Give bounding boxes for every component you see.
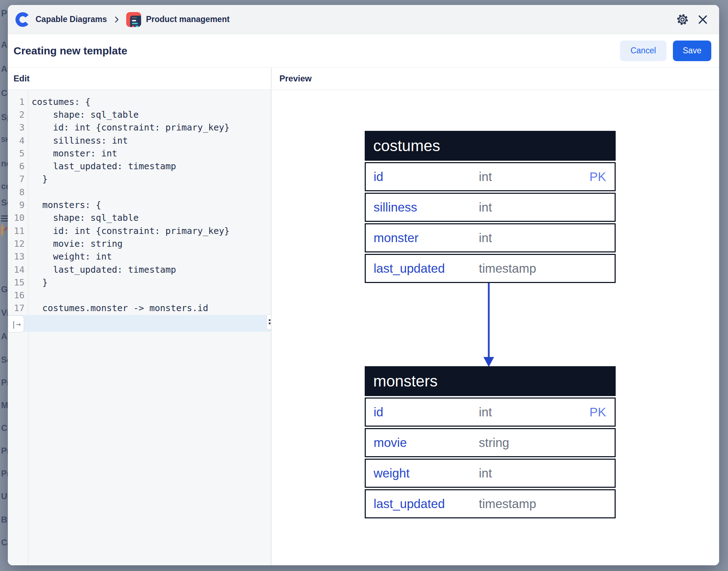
code-line[interactable]: 8 bbox=[8, 186, 271, 198]
code-line[interactable]: 10 shape: sql_table bbox=[8, 212, 271, 224]
code-line[interactable]: 3 id: int {constraint: primary_key} bbox=[8, 121, 271, 134]
close-button[interactable] bbox=[696, 12, 710, 27]
field-name: weight bbox=[374, 466, 410, 480]
code-editor[interactable]: 1 costumes: { 2 shape: sql_table 3 id: i… bbox=[8, 90, 272, 565]
line-number: 13 bbox=[8, 251, 28, 262]
sql-table-row: last_updated timestamp bbox=[365, 489, 616, 518]
code-line[interactable]: 13 weight: int bbox=[8, 250, 271, 263]
preview-canvas: costumes id int PK silliness int monster… bbox=[272, 90, 719, 565]
split-drag-handle[interactable] bbox=[266, 314, 272, 330]
sql-table-row: id int PK bbox=[365, 162, 616, 191]
code-line[interactable]: 1 costumes: { bbox=[8, 95, 271, 108]
line-content: last_updated: timestamp bbox=[28, 161, 176, 171]
code-line[interactable]: 5 monster: int bbox=[8, 147, 271, 160]
primary-key-badge: PK bbox=[589, 170, 606, 184]
sql-table-header: monsters bbox=[365, 366, 616, 396]
line-number: 3 bbox=[8, 122, 28, 133]
edit-panel-header: Edit bbox=[8, 68, 272, 90]
line-content: id: int {constraint: primary_key} bbox=[28, 122, 230, 133]
line-content: silliness: int bbox=[28, 135, 128, 146]
field-type: int bbox=[479, 231, 492, 245]
field-type: string bbox=[479, 436, 509, 450]
field-type: int bbox=[479, 200, 492, 214]
field-name: id bbox=[374, 405, 383, 419]
preview-panel-header: Preview bbox=[272, 68, 719, 90]
background-text-fragment: M bbox=[1, 400, 8, 410]
sql-table-row: silliness int bbox=[365, 193, 616, 222]
current-line-highlight bbox=[8, 315, 271, 332]
modal-header: Creating new template Cancel Save bbox=[8, 34, 719, 68]
screen: PrAlArCoSpSHnccoSeGViArSePrMClPrPrUIByCa… bbox=[0, 0, 728, 571]
line-number: 17 bbox=[8, 303, 28, 313]
field-type: timestamp bbox=[479, 497, 536, 511]
field-type: int bbox=[479, 466, 492, 480]
field-name: silliness bbox=[374, 200, 417, 214]
line-content: last_updated: timestamp bbox=[28, 265, 176, 275]
product-template-icon bbox=[126, 12, 141, 27]
settings-button[interactable] bbox=[674, 11, 691, 28]
line-content: monsters: { bbox=[28, 200, 101, 210]
code-line[interactable]: 12 movie: string bbox=[8, 237, 271, 250]
page-title: Creating new template bbox=[14, 45, 614, 57]
field-type: int bbox=[479, 170, 492, 184]
line-number: 8 bbox=[8, 187, 28, 197]
save-button[interactable]: Save bbox=[673, 41, 711, 61]
cancel-button[interactable]: Cancel bbox=[620, 41, 667, 61]
close-icon bbox=[697, 14, 708, 25]
code-line[interactable]: 15 } bbox=[8, 276, 271, 289]
chevron-right-icon bbox=[112, 16, 121, 23]
field-name: last_updated bbox=[374, 497, 445, 511]
line-number: 12 bbox=[8, 239, 28, 249]
line-number: 14 bbox=[8, 265, 28, 275]
sql-table-header: costumes bbox=[365, 131, 616, 161]
sql-table-row: monster int bbox=[365, 223, 616, 252]
line-number: 16 bbox=[8, 290, 28, 300]
code-line[interactable]: 9 monsters: { bbox=[8, 198, 271, 211]
background-text-fragment: G bbox=[1, 284, 8, 294]
line-number: 10 bbox=[8, 213, 28, 223]
code-line[interactable]: 7 } bbox=[8, 173, 271, 186]
preview-label: Preview bbox=[279, 74, 312, 84]
modal-topbar: Capable Diagrams Product management bbox=[8, 5, 719, 34]
code-line[interactable]: 11 id: int {constraint: primary_key} bbox=[8, 224, 271, 237]
code-line[interactable]: 16 bbox=[8, 289, 271, 301]
sql-table-row: movie string bbox=[365, 428, 616, 457]
field-name: id bbox=[374, 170, 383, 184]
breadcrumb-product[interactable]: Product management bbox=[146, 15, 230, 24]
line-content: shape: sql_table bbox=[28, 110, 139, 120]
line-content: shape: sql_table bbox=[28, 213, 139, 223]
line-content: costumes.monster -> monsters.id bbox=[28, 303, 208, 313]
code-line[interactable]: 14 last_updated: timestamp bbox=[8, 263, 271, 276]
code-line[interactable]: 4 silliness: int bbox=[8, 134, 271, 147]
field-type: int bbox=[479, 405, 492, 419]
sql-table-monsters: monsters id int PK movie string weight i… bbox=[365, 366, 616, 518]
line-content: weight: int bbox=[28, 251, 112, 262]
field-name: monster bbox=[374, 231, 418, 245]
sql-table-row: id int PK bbox=[365, 397, 616, 427]
code-line[interactable]: 6 last_updated: timestamp bbox=[8, 160, 271, 172]
line-content: } bbox=[28, 174, 48, 184]
primary-key-badge: PK bbox=[589, 405, 606, 419]
line-content: movie: string bbox=[28, 239, 123, 249]
sql-table-row: weight int bbox=[365, 459, 616, 488]
capable-diagrams-logo-icon bbox=[15, 12, 31, 27]
code-lines: 1 costumes: { 2 shape: sql_table 3 id: i… bbox=[8, 90, 271, 315]
line-content: } bbox=[28, 277, 48, 288]
sql-table-title: costumes bbox=[373, 137, 440, 155]
collapse-editor-button[interactable]: |→ bbox=[8, 315, 24, 332]
line-number: 1 bbox=[8, 97, 28, 107]
line-number: 6 bbox=[8, 161, 28, 171]
breadcrumb-brand[interactable]: Capable Diagrams bbox=[36, 15, 107, 24]
code-line[interactable]: 17 costumes.monster -> monsters.id bbox=[8, 302, 271, 315]
line-number: 4 bbox=[8, 135, 28, 146]
field-name: movie bbox=[374, 436, 407, 450]
line-content: costumes: { bbox=[28, 97, 91, 107]
field-type: timestamp bbox=[479, 261, 536, 276]
edit-label: Edit bbox=[14, 74, 30, 84]
line-number: 2 bbox=[8, 110, 28, 120]
line-number: 7 bbox=[8, 174, 28, 184]
compass-icon bbox=[1, 224, 3, 236]
code-line[interactable]: 2 shape: sql_table bbox=[8, 108, 271, 121]
field-name: last_updated bbox=[374, 261, 445, 276]
line-content: monster: int bbox=[28, 148, 117, 159]
